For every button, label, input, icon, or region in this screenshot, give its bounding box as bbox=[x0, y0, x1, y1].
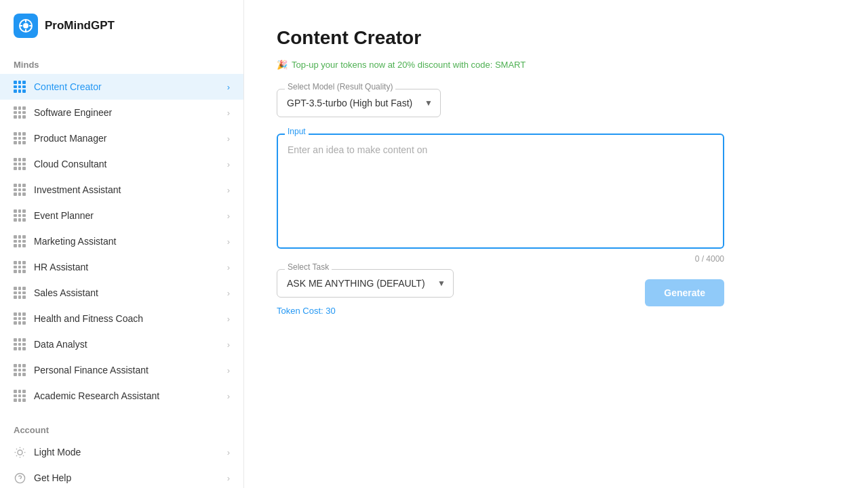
sidebar-item-academic-research[interactable]: Academic Research Assistant› bbox=[0, 383, 243, 409]
svg-point-1 bbox=[23, 23, 28, 28]
sidebar-item-label: Academic Research Assistant bbox=[34, 390, 159, 401]
sidebar-item-health-fitness-coach[interactable]: Health and Fitness Coach› bbox=[0, 306, 243, 331]
chevron-right-icon: › bbox=[227, 391, 230, 401]
nav-items-list: Content Creator›Software Engineer›Produc… bbox=[0, 74, 243, 409]
task-select[interactable]: ASK ME ANYTHING (DEFAULT)Write a blog po… bbox=[277, 269, 454, 298]
chevron-right-icon: › bbox=[227, 447, 230, 458]
token-cost: Token Cost: 30 bbox=[277, 306, 454, 316]
model-label: Select Model (Result Quality) bbox=[285, 82, 395, 92]
account-item-light-mode[interactable]: Light Mode› bbox=[0, 439, 243, 465]
account-item-get-help[interactable]: Get Help› bbox=[0, 465, 243, 488]
grid-icon bbox=[14, 261, 26, 273]
grid-icon bbox=[14, 158, 26, 170]
chevron-right-icon: › bbox=[227, 159, 230, 169]
chevron-right-icon: › bbox=[227, 314, 230, 324]
sidebar-item-label: Personal Finance Assistant bbox=[34, 365, 149, 375]
content-input[interactable] bbox=[277, 134, 724, 249]
account-item-label: Light Mode bbox=[34, 447, 81, 458]
sidebar-item-label: Cloud Consultant bbox=[34, 159, 106, 169]
task-field-group: Select Task ASK ME ANYTHING (DEFAULT)Wri… bbox=[277, 269, 454, 316]
chevron-right-icon: › bbox=[227, 211, 230, 221]
task-row: Select Task ASK ME ANYTHING (DEFAULT)Wri… bbox=[277, 269, 724, 316]
grid-icon bbox=[14, 106, 26, 119]
sidebar-item-label: Software Engineer bbox=[34, 107, 112, 118]
grid-icon bbox=[14, 209, 26, 222]
sidebar-item-content-creator[interactable]: Content Creator› bbox=[0, 74, 243, 100]
sidebar-item-cloud-consultant[interactable]: Cloud Consultant› bbox=[0, 151, 243, 177]
account-items-list: Light Mode›Get Help›Signup / Login› bbox=[0, 439, 243, 488]
main-content: Content Creator 🎉 Top-up your tokens now… bbox=[244, 0, 868, 488]
svg-line-10 bbox=[23, 455, 24, 456]
chevron-right-icon: › bbox=[227, 108, 230, 118]
sidebar: ProMindGPT Minds Content Creator›Softwar… bbox=[0, 0, 244, 488]
sidebar-item-sales-assistant[interactable]: Sales Assistant› bbox=[0, 280, 243, 306]
grid-icon bbox=[14, 338, 26, 350]
sidebar-item-label: Data Analyst bbox=[34, 339, 87, 350]
svg-point-6 bbox=[17, 449, 22, 454]
chevron-right-icon: › bbox=[227, 82, 230, 92]
minds-section-label: Minds bbox=[0, 54, 243, 74]
grid-icon bbox=[14, 132, 26, 144]
form-section: Select Model (Result Quality) GPT-3.5-tu… bbox=[277, 89, 724, 316]
help-icon bbox=[14, 472, 26, 484]
logo-icon bbox=[14, 14, 38, 38]
sidebar-item-label: Product Manager bbox=[34, 133, 106, 144]
sidebar-item-label: Marketing Assistant bbox=[34, 236, 116, 247]
grid-icon bbox=[14, 184, 26, 196]
sidebar-item-marketing-assistant[interactable]: Marketing Assistant› bbox=[0, 228, 243, 254]
chevron-right-icon: › bbox=[227, 340, 230, 350]
chevron-right-icon: › bbox=[227, 185, 230, 195]
grid-icon bbox=[14, 287, 26, 299]
sidebar-item-label: Event Planner bbox=[34, 210, 94, 221]
grid-icon bbox=[14, 364, 26, 376]
sidebar-item-personal-finance[interactable]: Personal Finance Assistant› bbox=[0, 357, 243, 383]
input-textarea-wrapper: Input bbox=[277, 134, 724, 251]
sidebar-item-label: Health and Fitness Coach bbox=[34, 313, 143, 324]
grid-icon bbox=[14, 81, 26, 93]
promo-text: Top-up your tokens now at 20% discount w… bbox=[292, 60, 526, 70]
grid-icon bbox=[14, 390, 26, 402]
sidebar-item-investment-assistant[interactable]: Investment Assistant› bbox=[0, 177, 243, 203]
logo-area: ProMindGPT bbox=[0, 14, 243, 54]
account-section-label: Account bbox=[0, 420, 243, 439]
model-select[interactable]: GPT-3.5-turbo (High but Fast)GPT-4 (Best… bbox=[277, 89, 441, 117]
account-item-label: Get Help bbox=[34, 472, 71, 483]
grid-icon bbox=[14, 235, 26, 247]
chevron-right-icon: › bbox=[227, 288, 230, 298]
sidebar-item-product-manager[interactable]: Product Manager› bbox=[0, 125, 243, 151]
sidebar-item-label: Investment Assistant bbox=[34, 184, 121, 195]
sidebar-item-hr-assistant[interactable]: HR Assistant› bbox=[0, 254, 243, 280]
grid-icon bbox=[14, 312, 26, 325]
sidebar-item-label: Content Creator bbox=[34, 81, 102, 92]
input-label: Input bbox=[285, 127, 309, 136]
chevron-right-icon: › bbox=[227, 262, 230, 272]
svg-line-14 bbox=[23, 448, 24, 449]
svg-line-9 bbox=[16, 448, 16, 449]
chevron-right-icon: › bbox=[227, 237, 230, 247]
chevron-right-icon: › bbox=[227, 473, 230, 483]
sidebar-item-label: HR Assistant bbox=[34, 262, 88, 272]
generate-button[interactable]: Generate bbox=[645, 279, 724, 306]
svg-line-13 bbox=[16, 455, 16, 456]
chevron-right-icon: › bbox=[227, 134, 230, 144]
task-label: Select Task bbox=[285, 262, 332, 272]
char-count: 0 / 4000 bbox=[277, 254, 724, 264]
chevron-right-icon: › bbox=[227, 365, 230, 375]
model-select-wrapper: Select Model (Result Quality) GPT-3.5-tu… bbox=[277, 89, 441, 117]
promo-emoji: 🎉 bbox=[277, 60, 288, 70]
sidebar-item-label: Sales Assistant bbox=[34, 287, 98, 298]
logo-text: ProMindGPT bbox=[45, 19, 115, 33]
model-field-group: Select Model (Result Quality) GPT-3.5-tu… bbox=[277, 89, 724, 117]
task-select-wrapper: Select Task ASK ME ANYTHING (DEFAULT)Wri… bbox=[277, 269, 454, 298]
page-title: Content Creator bbox=[277, 27, 835, 49]
promo-banner: 🎉 Top-up your tokens now at 20% discount… bbox=[277, 60, 835, 70]
sidebar-item-software-engineer[interactable]: Software Engineer› bbox=[0, 100, 243, 125]
sun-icon bbox=[14, 446, 26, 458]
sidebar-item-data-analyst[interactable]: Data Analyst› bbox=[0, 331, 243, 357]
sidebar-item-event-planner[interactable]: Event Planner› bbox=[0, 203, 243, 228]
